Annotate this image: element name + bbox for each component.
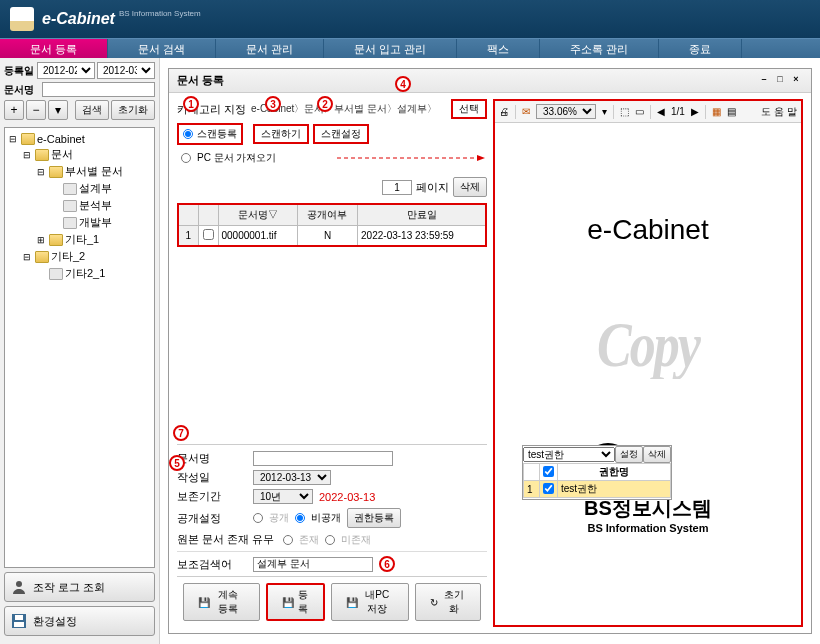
- filter-date-label: 등록일: [4, 64, 35, 78]
- folder-icon: [35, 149, 49, 161]
- minimize-button[interactable]: –: [757, 74, 771, 88]
- folder-icon: [35, 251, 49, 263]
- folder-icon: [21, 133, 35, 145]
- col-filename[interactable]: 문서명▽: [218, 204, 297, 226]
- annotation-6: 6: [379, 556, 395, 572]
- svg-rect-3: [14, 622, 24, 627]
- orig-exists-radio[interactable]: [283, 535, 293, 545]
- app-logo-icon: [10, 7, 34, 31]
- tool-icon[interactable]: ▦: [712, 106, 721, 117]
- perm-row[interactable]: 1test권한: [524, 481, 671, 498]
- retention-select[interactable]: 10년: [253, 489, 313, 504]
- perm-row-checkbox[interactable]: [543, 483, 554, 494]
- tree-node[interactable]: ⊞기타_1: [7, 231, 152, 248]
- filter-name-input[interactable]: [42, 82, 155, 97]
- col-rownum: [178, 204, 198, 226]
- remove-button[interactable]: −: [26, 100, 46, 120]
- date-from-select[interactable]: 2012-02-13: [37, 62, 95, 79]
- folder-tree[interactable]: ⊟e-Cabinet ⊟문서 ⊟부서별 문서 설계부 분석부 개발부 ⊞기타_1…: [4, 127, 155, 568]
- add-button[interactable]: +: [4, 100, 24, 120]
- print-icon[interactable]: 🖨: [499, 106, 509, 117]
- annotation-5: 5: [169, 455, 185, 471]
- date-to-select[interactable]: 2012-03-13: [97, 62, 155, 79]
- nonpublic-radio[interactable]: [295, 513, 305, 523]
- document-preview: 🖨 ✉ 33.06% ▾ ⬚ ▭ ◀ 1/1 ▶ ▦: [493, 99, 803, 627]
- pc-import-radio[interactable]: [181, 153, 191, 163]
- scan-settings-button[interactable]: 스캔설정: [313, 124, 369, 144]
- tree-root[interactable]: ⊟e-Cabinet: [7, 132, 152, 146]
- zoom-dropdown-icon[interactable]: ▾: [602, 106, 607, 117]
- perm-set-button[interactable]: 설정: [615, 446, 643, 463]
- scan-register-radio[interactable]: [183, 129, 193, 139]
- tool-icon-2[interactable]: ▤: [727, 106, 736, 117]
- refresh-icon: ↻: [430, 597, 438, 607]
- menu-address[interactable]: 주소록 관리: [540, 39, 659, 58]
- window-titlebar: 문서 등록 – □ ×: [169, 69, 811, 93]
- docname-input[interactable]: [253, 451, 393, 466]
- tree-node[interactable]: 기타2_1: [7, 265, 152, 282]
- menu-exit[interactable]: 종료: [659, 39, 742, 58]
- page-number-input[interactable]: [382, 180, 412, 195]
- tree-node[interactable]: 설계부: [7, 180, 152, 197]
- retention-until: 2022-03-13: [319, 491, 375, 503]
- created-date-select[interactable]: 2012-03-13: [253, 470, 331, 485]
- zoom-select[interactable]: 33.06%: [536, 104, 596, 119]
- menu-doc-inbound[interactable]: 문서 입고 관리: [324, 39, 457, 58]
- permission-select[interactable]: test권한: [523, 447, 615, 462]
- tree-node[interactable]: ⊟문서: [7, 146, 152, 163]
- save-icon: 💾: [346, 597, 356, 607]
- reset-button[interactable]: 초기화: [111, 100, 155, 120]
- folder-grey-icon: [63, 217, 77, 229]
- folder-icon: [49, 234, 63, 246]
- permission-panel: test권한 설정 삭제 권한명 1test권한: [522, 445, 672, 500]
- preview-page: e-Cabinet Copy BS BS정보시스템 BS Information…: [518, 184, 778, 564]
- save-pc-button[interactable]: 💾내PC저장: [331, 583, 408, 621]
- orig-notexists-radio[interactable]: [325, 535, 335, 545]
- tree-node[interactable]: 분석부: [7, 197, 152, 214]
- save-icon: 💾: [198, 597, 208, 607]
- doc-register-window: 문서 등록 – □ × 1 3 2 4 카테고리 지정: [168, 68, 812, 634]
- col-expire[interactable]: 만료일: [358, 204, 486, 226]
- user-icon: [11, 579, 27, 595]
- page-delete-button[interactable]: 삭제: [453, 177, 487, 197]
- register-button[interactable]: 💾등록: [266, 583, 326, 621]
- folder-grey-icon: [63, 183, 77, 195]
- close-button[interactable]: ×: [789, 74, 803, 88]
- tree-node[interactable]: ⊟부서별 문서: [7, 163, 152, 180]
- perm-del-button[interactable]: 삭제: [643, 446, 671, 463]
- continue-register-button[interactable]: 💾계속 등록: [183, 583, 260, 621]
- maximize-button[interactable]: □: [773, 74, 787, 88]
- search-button[interactable]: 검색: [75, 100, 109, 120]
- menu-doc-search[interactable]: 문서 검색: [108, 39, 216, 58]
- next-page-icon[interactable]: ▶: [691, 106, 699, 117]
- original-label: 원본 문서 존재 유무: [177, 532, 277, 547]
- table-row[interactable]: 1 00000001.tif N 2022-03-13 23:59:59: [178, 226, 486, 247]
- annotation-7: 7: [173, 425, 189, 441]
- perm-header-checkbox[interactable]: [543, 466, 554, 477]
- doc-left-pane: 1 3 2 4 카테고리 지정 e-Cabinet〉문서〉부서별 문서〉설계부〉…: [177, 99, 487, 627]
- menu-doc-register[interactable]: 문서 등록: [0, 39, 108, 58]
- more-button[interactable]: ▾: [48, 100, 68, 120]
- category-select-button[interactable]: 선택: [451, 99, 487, 119]
- svg-rect-2: [15, 615, 23, 620]
- row-checkbox[interactable]: [203, 229, 214, 240]
- menu-doc-manage[interactable]: 문서 관리: [216, 39, 324, 58]
- tree-node[interactable]: 개발부: [7, 214, 152, 231]
- folder-grey-icon: [49, 268, 63, 280]
- perm-register-button[interactable]: 권한등록: [347, 508, 401, 528]
- col-public[interactable]: 공개여부: [297, 204, 357, 226]
- tree-node[interactable]: ⊟기타_2: [7, 248, 152, 265]
- op-log-button[interactable]: 조작 로그 조회: [4, 572, 155, 602]
- fit-width-icon[interactable]: ⬚: [620, 106, 629, 117]
- fit-page-icon[interactable]: ▭: [635, 106, 644, 117]
- menu-fax[interactable]: 팩스: [457, 39, 540, 58]
- created-label: 작성일: [177, 470, 247, 485]
- help-label[interactable]: 도 움 말: [761, 105, 797, 119]
- aux-search-input[interactable]: [253, 557, 373, 572]
- mail-icon[interactable]: ✉: [522, 106, 530, 117]
- scan-button[interactable]: 스캔하기: [253, 124, 309, 144]
- settings-button[interactable]: 환경설정: [4, 606, 155, 636]
- footer-reset-button[interactable]: ↻초기화: [415, 583, 481, 621]
- public-radio[interactable]: [253, 513, 263, 523]
- prev-page-icon[interactable]: ◀: [657, 106, 665, 117]
